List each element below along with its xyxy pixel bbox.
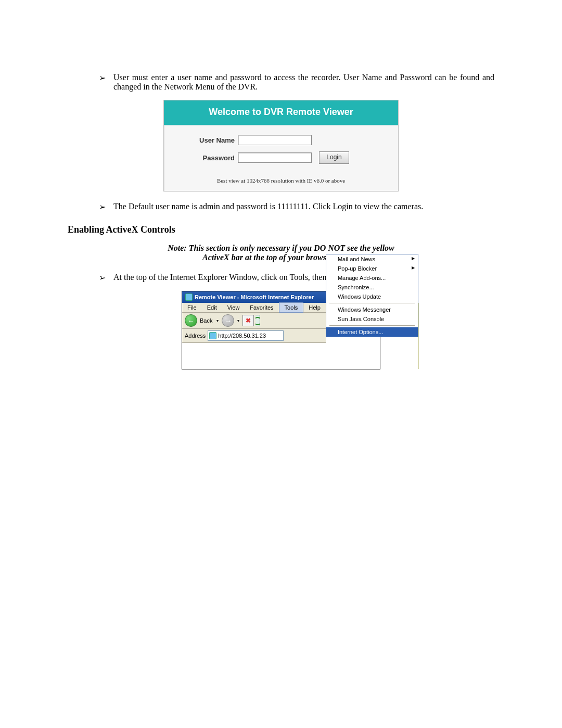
right-strip [418,303,419,369]
login-panel: Welcome to DVR Remote Viewer User Name P… [163,100,399,191]
menu-view[interactable]: View [222,303,245,312]
stop-button[interactable]: ✖ [242,315,254,326]
menu-mail-and-news[interactable]: Mail and News [326,254,418,264]
bullet-glyph: ➢ [99,202,113,212]
menu-manage-addons[interactable]: Manage Add-ons... [326,273,418,283]
ie-address-bar: Address http://208.50.31.23 [182,329,326,343]
address-input[interactable]: http://208.50.31.23 [208,330,284,341]
ie-icon [185,293,193,301]
login-footer: Best view at 1024x768 resolution with IE… [164,172,398,191]
x-icon: ✖ [246,317,251,324]
menu-popup-blocker[interactable]: Pop-up Blocker [326,264,418,273]
back-label: Back [199,317,213,324]
forward-button[interactable]: → [222,314,234,327]
menu-file[interactable]: File [182,303,202,312]
menu-separator [329,325,415,326]
ie-menubar: File Edit View Favorites Tools Help [182,303,326,313]
username-label: User Name [180,136,238,144]
back-dropdown-icon[interactable]: ▾ [215,318,220,323]
bullet-glyph: ➢ [99,73,113,92]
forward-dropdown-icon[interactable]: ▾ [236,318,241,323]
bullet-glyph: ➢ [99,273,113,283]
menu-edit[interactable]: Edit [202,303,222,312]
menu-windows-update[interactable]: Windows Update [326,292,418,301]
menu-help[interactable]: Help [303,303,326,312]
tools-menu-dropdown: Mail and News Pop-up Blocker Manage Add-… [326,254,418,337]
menu-separator [329,303,415,303]
ie-page-icon [209,332,216,339]
menu-tools[interactable]: Tools [279,302,304,313]
ie-toolbar: ← Back ▾ → ▾ ✖ [182,313,326,329]
ie-title-text: Remote Viewer - Microsoft Internet Explo… [195,294,314,300]
address-label: Address [185,333,206,339]
paragraph: User must enter a user name and password… [113,73,494,92]
ie-content-area [182,343,326,369]
section-heading: Enabling ActiveX Controls [68,224,494,235]
menu-synchronize[interactable]: Synchronize... [326,283,418,292]
refresh-button[interactable] [256,315,260,326]
menu-favorites[interactable]: Favorites [245,303,278,312]
address-url: http://208.50.31.23 [218,333,266,339]
password-label: Password [180,154,238,162]
menu-windows-messenger[interactable]: Windows Messenger [326,305,418,314]
paragraph: At the top of the Internet Explorer Wind… [113,273,494,283]
password-input[interactable] [238,152,312,163]
menu-internet-options[interactable]: Internet Options... [326,327,418,337]
login-button[interactable]: Login [319,151,349,164]
menu-sun-java-console[interactable]: Sun Java Console [326,314,418,324]
back-button[interactable]: ← [185,314,197,327]
ie-window: Remote Viewer - Microsoft Internet Explo… [182,291,380,369]
paragraph: The Default user name is admin and passw… [113,202,494,212]
login-title: Welcome to DVR Remote Viewer [164,100,398,125]
username-input[interactable] [238,135,312,145]
